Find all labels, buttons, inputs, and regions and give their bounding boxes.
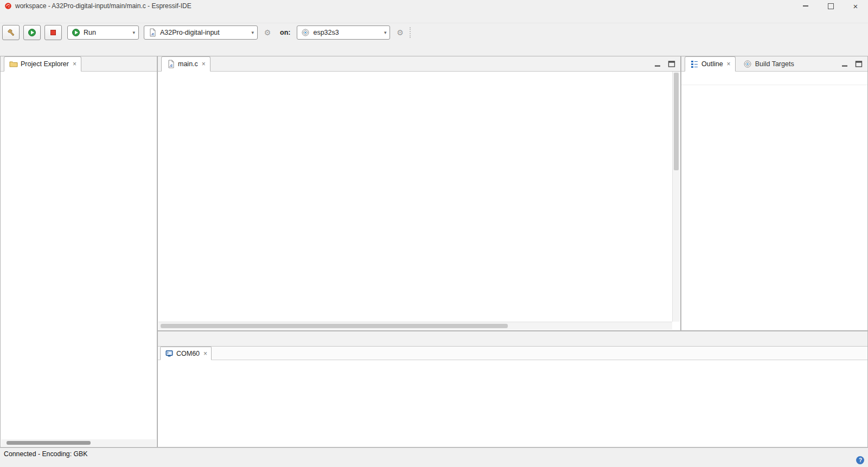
- play-icon: [28, 28, 37, 37]
- maximize-icon: [667, 59, 676, 68]
- maximize-view-button[interactable]: [852, 57, 865, 71]
- on-label: on:: [280, 29, 290, 36]
- navigation-toolbar: [0, 41, 868, 56]
- scrollbar-thumb[interactable]: [674, 73, 679, 170]
- minimize-icon: [653, 59, 662, 68]
- build-targets-icon: [743, 60, 752, 69]
- terminal-output[interactable]: [158, 360, 867, 446]
- serial-console-icon: [164, 349, 174, 358]
- launch-config-combo[interactable]: A32Pro-digital-input: [144, 25, 258, 40]
- outline-list: [681, 85, 867, 86]
- maximize-window-button[interactable]: [818, 0, 843, 12]
- close-icon[interactable]: [727, 60, 731, 68]
- launch-config-value: A32Pro-digital-input: [160, 29, 220, 36]
- close-window-button[interactable]: [843, 0, 868, 12]
- project-explorer-view: Project Explorer: [0, 56, 157, 447]
- c-app-icon: [148, 28, 157, 37]
- maximize-view-button[interactable]: [665, 57, 678, 71]
- minimize-view-button[interactable]: [838, 57, 851, 71]
- code-editor[interactable]: [158, 72, 672, 322]
- tab-com60[interactable]: COM60: [160, 347, 212, 360]
- status-bar: Connected - Encoding: GBK: [0, 447, 868, 467]
- launch-button[interactable]: [23, 25, 41, 40]
- outline-view: Outline Build Targets: [681, 56, 868, 331]
- editor-vertical-scrollbar[interactable]: [672, 72, 680, 322]
- workbench: Project Explorer main.c: [0, 56, 868, 447]
- terminal-tab-strip: COM60: [158, 347, 867, 360]
- explorer-horizontal-scrollbar[interactable]: [1, 439, 156, 446]
- stop-icon: [49, 28, 58, 37]
- run-mode-icon: [71, 28, 80, 37]
- bottom-tab-strip: [158, 331, 867, 347]
- outline-icon: [690, 60, 699, 69]
- maximize-icon: [854, 59, 864, 68]
- launch-mode-combo[interactable]: Run: [67, 25, 139, 40]
- scrollbar-thumb[interactable]: [161, 324, 508, 328]
- menu-bar: [0, 12, 868, 23]
- outline-tab-strip: Outline Build Targets: [681, 56, 867, 72]
- c-file-icon: [166, 60, 175, 69]
- tab-build-targets[interactable]: Build Targets: [739, 57, 799, 71]
- title-bar: workspace - A32Pro-digital-input/main/ma…: [0, 0, 868, 12]
- editor-horizontal-scrollbar[interactable]: [158, 322, 672, 330]
- chevron-down-icon: [251, 30, 254, 35]
- gear-icon: ⚙: [395, 28, 405, 37]
- tab-outline[interactable]: Outline: [685, 56, 736, 72]
- espressif-logo-icon: [4, 2, 12, 10]
- minimize-view-button[interactable]: [651, 57, 664, 71]
- launch-mode-value: Run: [84, 29, 96, 36]
- outline-toolbar: [681, 72, 867, 85]
- target-value: esp32s3: [313, 29, 339, 36]
- target-combo[interactable]: esp32s3: [297, 25, 390, 40]
- project-explorer-icon: [9, 60, 18, 69]
- scrollbar-thumb[interactable]: [7, 441, 91, 445]
- target-icon: [301, 28, 310, 37]
- hammer-icon: [7, 28, 16, 37]
- project-tree: [1, 72, 157, 438]
- tab-label: Outline: [701, 60, 723, 68]
- project-explorer-tab-strip: Project Explorer: [1, 56, 157, 72]
- toolbar-handle: [410, 27, 413, 38]
- target-gear-button[interactable]: ⚙: [393, 26, 406, 39]
- status-message: Connected - Encoding: GBK: [4, 450, 88, 458]
- bottom-panel: COM60: [157, 331, 868, 447]
- chevron-down-icon: [384, 30, 387, 35]
- close-icon[interactable]: [73, 60, 76, 68]
- editor-tab-strip: main.c: [158, 56, 680, 72]
- editor-area: main.c: [157, 56, 681, 331]
- main-toolbar: Run A32Pro-digital-input ⚙ on: esp32s3 ⚙: [0, 23, 868, 42]
- tab-label: Project Explorer: [21, 60, 69, 68]
- tab-label: COM60: [176, 350, 200, 357]
- build-button[interactable]: [2, 25, 20, 40]
- gear-icon: ⚙: [263, 28, 272, 37]
- close-icon[interactable]: [203, 350, 207, 357]
- help-button[interactable]: [856, 456, 865, 465]
- tab-label: main.c: [178, 60, 198, 68]
- stop-button[interactable]: [44, 25, 62, 40]
- minimize-icon: [803, 5, 808, 7]
- minimize-window-button[interactable]: [793, 0, 818, 12]
- tab-label: Build Targets: [755, 60, 794, 68]
- tab-project-explorer[interactable]: Project Explorer: [4, 56, 81, 72]
- minimize-icon: [840, 59, 850, 68]
- window-title: workspace - A32Pro-digital-input/main/ma…: [15, 2, 192, 10]
- launch-config-gear-button[interactable]: ⚙: [261, 26, 274, 39]
- chevron-down-icon: [132, 30, 135, 35]
- maximize-icon: [828, 3, 834, 9]
- tab-main-c[interactable]: main.c: [161, 56, 210, 72]
- close-icon[interactable]: [202, 60, 206, 68]
